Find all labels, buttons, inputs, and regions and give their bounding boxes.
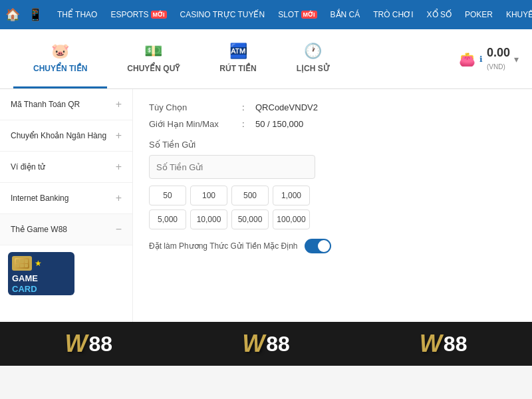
- tab-items-container: 🐷 CHUYỂN TIỀN 💵 CHUYỂN QUỸ 🏧 RÚT TIỀN 🕐 …: [13, 29, 459, 88]
- amount-btn-50[interactable]: 50: [149, 186, 186, 205]
- sidebar-item-internet-banking[interactable]: Internet Banking +: [0, 183, 132, 214]
- amount-buttons-container: 50 100 500 1,000 5,000 10,000 50,000 100…: [149, 186, 315, 229]
- esports-badge: MỚI: [151, 11, 167, 19]
- slot-badge: MỚI: [301, 11, 317, 19]
- nav-item-poker[interactable]: POKER: [458, 0, 499, 29]
- game-card-section: ★ GAME CARD: [0, 245, 132, 302]
- nav-item-xo-so[interactable]: XỔ SỐ: [420, 0, 458, 29]
- gioi-han-label: Giới Hạn Min/Max: [149, 119, 242, 129]
- w88-logo-1: W 88: [65, 332, 113, 356]
- sidebar-item-ma-thanh-toan[interactable]: Mã Thanh Toán QR +: [0, 89, 132, 120]
- nav-item-ban-ca[interactable]: BẮN CÁ: [324, 0, 367, 29]
- balance-chevron-icon[interactable]: ▾: [514, 54, 519, 65]
- top-navigation: 🏠 📱 THỂ THAO ESPORTS MỚI CASINO TRỰC TUY…: [0, 0, 532, 29]
- home-icon[interactable]: 🏠: [5, 7, 20, 22]
- mobile-icon[interactable]: 📱: [28, 7, 43, 22]
- default-payment-row: Đặt làm Phương Thức Gửi Tiền Mặc Định: [149, 239, 516, 253]
- expand-icon: +: [116, 161, 122, 173]
- expand-icon: +: [116, 130, 122, 142]
- game-card-label-card: CARD: [12, 284, 37, 294]
- wallet-icon: 👛: [459, 51, 475, 67]
- balance-area: 👛 ℹ 0.00 (VND) ▾: [459, 46, 519, 72]
- tuy-chon-label: Tùy Chọn: [149, 102, 242, 112]
- main-content: Mã Thanh Toán QR + Chuyển Khoản Ngân Hàn…: [0, 89, 532, 322]
- amount-btn-50000[interactable]: 50,000: [231, 209, 269, 229]
- game-card-label-game: GAME: [12, 273, 38, 283]
- info-icon[interactable]: ℹ: [479, 55, 483, 64]
- amount-input[interactable]: [149, 155, 315, 179]
- game-card-image[interactable]: ★ GAME CARD: [8, 252, 74, 295]
- chuyen-tien-icon: 🐷: [51, 43, 69, 60]
- nav-item-the-thao[interactable]: THỂ THAO: [51, 0, 104, 29]
- lich-su-icon: 🕐: [304, 43, 322, 60]
- balance-currency: (VND): [487, 63, 505, 70]
- nav-items-container: THỂ THAO ESPORTS MỚI CASINO TRỰC TUYẾN S…: [51, 0, 532, 29]
- gioi-han-value: 50 / 150,000: [255, 119, 303, 129]
- rut-tien-icon: 🏧: [229, 43, 247, 60]
- collapse-icon: −: [116, 223, 122, 235]
- nav-item-casino[interactable]: CASINO TRỰC TUYẾN: [174, 0, 272, 29]
- gioi-han-row: Giới Hạn Min/Max : 50 / 150,000: [149, 119, 516, 129]
- sidebar-item-the-game[interactable]: Thẻ Game W88 −: [0, 214, 132, 245]
- w88-logo-2: W 88: [242, 332, 290, 356]
- sidebar: Mã Thanh Toán QR + Chuyển Khoản Ngân Hàn…: [0, 89, 133, 322]
- tab-chuyen-quy[interactable]: 💵 CHUYỂN QUỸ: [107, 29, 200, 88]
- tab-chuyen-tien[interactable]: 🐷 CHUYỂN TIỀN: [13, 29, 107, 88]
- amount-btn-100[interactable]: 100: [190, 186, 227, 205]
- tab-lich-su[interactable]: 🕐 LỊCH SỬ: [277, 29, 350, 88]
- tuy-chon-row: Tùy Chọn : QRCodeVNDV2: [149, 102, 516, 112]
- sidebar-item-chuyen-khoan[interactable]: Chuyển Khoản Ngân Hàng +: [0, 120, 132, 152]
- default-label: Đặt làm Phương Thức Gửi Tiền Mặc Định: [149, 241, 298, 251]
- sidebar-item-vi-dien-tu[interactable]: Ví điện tử +: [0, 152, 132, 183]
- nav-item-slot[interactable]: SLOT MỚI: [271, 0, 323, 29]
- footer: W 88 W 88 W 88: [0, 322, 532, 366]
- nav-item-khuyen-mai[interactable]: KHUYẾN MÃI: [499, 0, 532, 29]
- amount-btn-100000[interactable]: 100,000: [273, 209, 310, 229]
- tab-rut-tien[interactable]: 🏧 RÚT TIỀN: [200, 29, 276, 88]
- nav-item-tro-choi[interactable]: TRÒ CHƠI: [366, 0, 420, 29]
- expand-icon: +: [116, 98, 122, 110]
- amount-btn-5000[interactable]: 5,000: [149, 209, 186, 229]
- so-tien-gui-title: Số Tiền Gửi: [149, 140, 516, 150]
- w88-logo-3: W 88: [420, 332, 467, 356]
- nav-item-esports[interactable]: ESPORTS MỚI: [104, 0, 173, 29]
- tuy-chon-value: QRCodeVNDV2: [255, 102, 318, 112]
- amount-btn-1000[interactable]: 1,000: [273, 186, 310, 205]
- amount-btn-500[interactable]: 500: [231, 186, 269, 205]
- balance-amount: 0.00: [487, 46, 510, 59]
- toggle-knob: [318, 240, 330, 252]
- tab-section: 🐷 CHUYỂN TIỀN 💵 CHUYỂN QUỸ 🏧 RÚT TIỀN 🕐 …: [0, 29, 532, 89]
- right-panel: Tùy Chọn : QRCodeVNDV2 Giới Hạn Min/Max …: [133, 89, 532, 322]
- expand-icon: +: [116, 192, 122, 204]
- default-toggle[interactable]: [305, 239, 331, 253]
- amount-btn-10000[interactable]: 10,000: [190, 209, 227, 229]
- chuyen-quy-icon: 💵: [144, 43, 162, 60]
